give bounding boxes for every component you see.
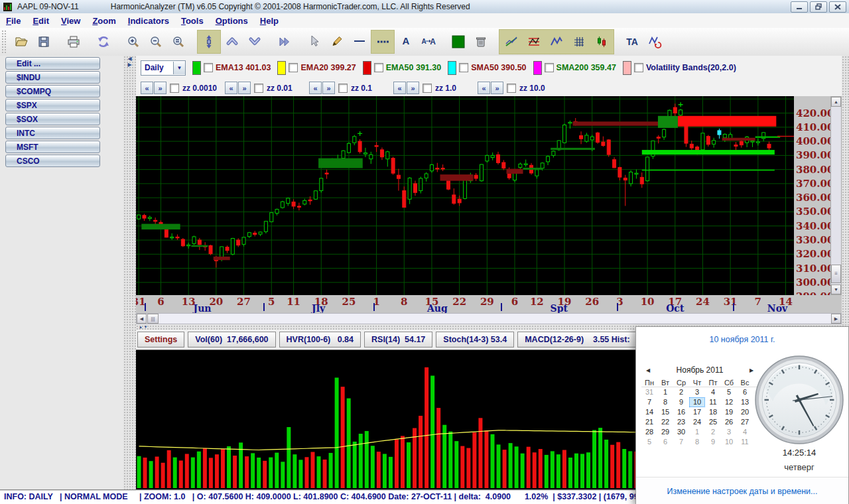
calendar-day[interactable]: 26 [721,417,737,427]
settings-button[interactable]: Settings [137,332,184,347]
close-button[interactable] [829,1,846,13]
zz-prev-button[interactable]: « [225,82,237,94]
zz-checkbox[interactable] [423,84,432,93]
zoom-in-button[interactable] [122,31,145,53]
calendar-day[interactable]: 8 [689,437,705,447]
chevron-up-button[interactable] [221,30,243,52]
zz-next-button[interactable]: » [407,82,419,94]
zz-prev-button[interactable]: « [141,82,153,94]
price-chart[interactable] [136,96,794,295]
calendar-day[interactable]: 5 [641,437,657,447]
text-a-button[interactable]: A [395,30,417,52]
legend-checkbox[interactable] [374,63,383,72]
calendar-day[interactable]: 13 [737,397,753,407]
sidebar-item-msft[interactable]: MSFT [5,141,100,153]
indicator-button-stoch[interactable]: Stoch(14-3) 53.4 [436,332,514,347]
calendar-prev-icon[interactable]: ◀ [641,367,655,373]
calendar-day[interactable]: 27 [737,417,753,427]
menu-tools[interactable]: Tools [175,16,210,26]
menu-options[interactable]: Options [210,16,254,26]
calendar-day[interactable]: 7 [641,397,657,407]
price-chart-canvas[interactable] [136,96,794,295]
scroll-right-icon[interactable]: ▶ [831,314,841,324]
calendar-day[interactable]: 16 [673,407,689,417]
zz-checkbox[interactable] [507,84,516,93]
calendar-day[interactable]: 15 [657,407,673,417]
calendar-day[interactable]: 7 [673,437,689,447]
zz-next-button[interactable]: » [491,82,503,94]
text-a-to-a-button[interactable]: AA [417,30,440,52]
zz-checkbox[interactable] [338,84,348,93]
zz-prev-button[interactable]: « [393,82,406,94]
toolbar-grip[interactable] [1,30,7,54]
indicator-button-hvr[interactable]: HVR(100-6) 0.84 [279,332,361,347]
calendar-day[interactable]: 11 [705,397,721,407]
fast-forward-button[interactable] [273,31,296,53]
vertical-splitter[interactable]: ◀▶ [123,56,136,489]
sidebar-item-indu[interactable]: $INDU [5,71,100,84]
menu-view[interactable]: View [55,16,86,26]
zz-prev-button[interactable]: « [478,82,490,94]
sidebar-item-csco[interactable]: CSCO [5,155,100,167]
zz-checkbox[interactable] [254,84,263,93]
pencil-button[interactable] [326,30,348,52]
vertical-scrollbar[interactable]: ▲ ≡ ▼ [830,96,842,295]
horizontal-scrollbar[interactable]: ◀ ||| ▶ [136,313,842,324]
menu-zoom[interactable]: Zoom [86,16,121,26]
calendar-day[interactable]: 30 [673,427,689,437]
print-button[interactable] [62,31,85,53]
calendar-day[interactable]: 9 [705,437,721,447]
calendar-day[interactable]: 17 [689,407,705,417]
chevron-down-button[interactable] [243,30,266,52]
calendar-day[interactable]: 9 [673,397,689,407]
horizontal-scroll-thumb[interactable]: ||| [147,314,159,324]
calendar-day[interactable]: 28 [641,427,657,437]
menu-indicators[interactable]: Indicators [122,16,175,26]
line-tool-button[interactable] [348,30,371,52]
calendar-day[interactable]: 21 [641,417,657,427]
zoom-out-button[interactable] [145,31,167,53]
sidebar-item-sox[interactable]: $SOX [5,113,100,125]
zz-next-button[interactable]: » [322,82,335,94]
calendar-day[interactable]: 3 [689,387,705,397]
legend-checkbox[interactable] [545,63,554,72]
zigzag-reload-button[interactable] [643,31,666,53]
calendar-day[interactable]: 14 [641,407,657,417]
harmonic-levels-button[interactable] [523,31,545,53]
zz-next-button[interactable]: » [154,82,166,94]
calendar-day[interactable]: 8 [657,397,673,407]
calendar-day[interactable]: 6 [737,387,753,397]
calendar-day[interactable]: 4 [737,427,753,437]
indicator-button-vol[interactable]: Vol(60) 17,666,600 [188,332,275,347]
calendar-day[interactable]: 23 [673,417,689,427]
sidebar-item-spx[interactable]: $SPX [5,99,100,111]
zz-prev-button[interactable]: « [309,82,322,94]
calendar-day[interactable]: 20 [737,407,753,417]
pointer-button[interactable] [303,30,326,52]
calendar-day[interactable]: 29 [657,427,673,437]
calendar-day-selected[interactable]: 10 [689,397,705,407]
calendar-day[interactable]: 3 [721,427,737,437]
minimize-button[interactable] [791,1,808,13]
calendar-day[interactable]: 12 [721,397,737,407]
menu-help[interactable]: Help [254,16,285,26]
timeframe-select[interactable]: Daily ▼ [141,60,186,76]
restore-button[interactable] [810,1,827,13]
refresh-button[interactable] [92,31,115,53]
calendar-day[interactable]: 22 [657,417,673,427]
grid-button[interactable] [568,31,590,53]
vertical-scroll-thumb[interactable]: ≡ [831,265,841,283]
calendar-day[interactable]: 4 [705,387,721,397]
sidebar-item-intc[interactable]: INTC [5,127,100,139]
calendar-day[interactable]: 10 [721,437,737,447]
trend-lines-button[interactable] [500,31,523,53]
zoom-off-button[interactable] [167,31,190,53]
calendar-day[interactable]: 2 [673,387,689,397]
scroll-up-icon[interactable]: ▲ [831,97,841,107]
color-swatch-button[interactable] [447,31,470,53]
candles-button[interactable] [590,31,613,53]
menu-file[interactable]: File [0,16,27,26]
legend-checkbox[interactable] [289,63,298,72]
open-file-button[interactable] [10,31,33,53]
chevron-down-icon[interactable]: ▼ [173,62,185,74]
